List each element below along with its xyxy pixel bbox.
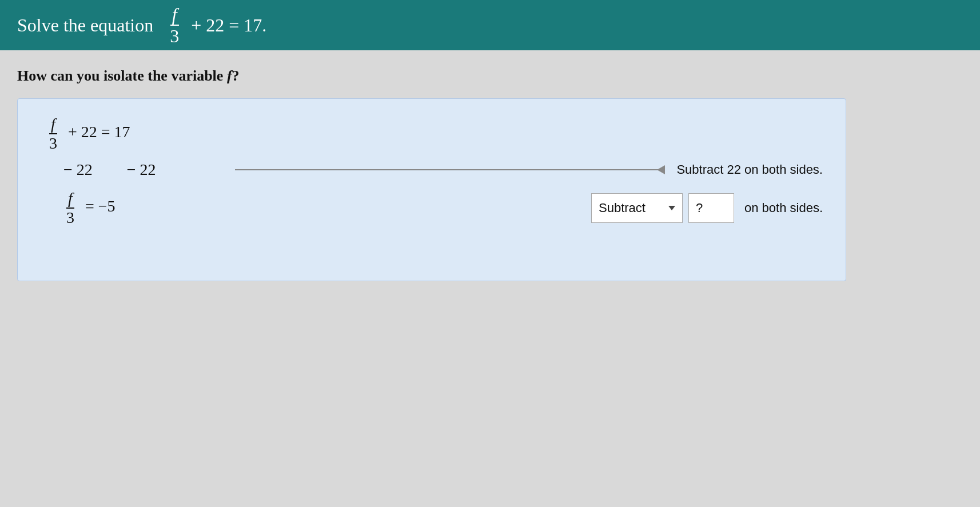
header-title: Solve the equation f 3 + 22 = 17. (17, 5, 266, 45)
header-fraction: f 3 (168, 5, 181, 45)
row2-subtraction-terms: − 22 − 22 (63, 161, 224, 179)
equation-line-1: f 3 + 22 = 17 (46, 116, 130, 151)
denominator-3-row3: 3 (65, 209, 76, 226)
header-bar: Solve the equation f 3 + 22 = 17. (0, 0, 980, 50)
arrow-line (235, 169, 658, 170)
question-heading: How can you isolate the variable f? (17, 67, 963, 85)
subtract-22-left: − 22 (63, 161, 93, 179)
on-both-sides-suffix: on both sides. (744, 201, 823, 215)
equation-row-2: − 22 − 22 Subtract 22 on both sides. (46, 161, 823, 179)
equals-neg5: = −5 (81, 197, 115, 215)
operation-dropdown-label: Subtract (599, 201, 646, 215)
fraction-f-over-3-row3: f 3 (65, 190, 76, 226)
operation-dropdown[interactable]: Subtract (591, 193, 683, 223)
plus-22-equals-17: + 22 = 17 (64, 123, 130, 141)
numerator-f-row3: f (66, 190, 74, 209)
denominator-3-row1: 3 (47, 134, 59, 151)
numerator-f-row1: f (49, 116, 57, 134)
arrowhead-icon (657, 165, 665, 174)
header-equation-rest: + 22 = 17. (186, 15, 266, 36)
question-variable: f (227, 67, 232, 84)
value-dropdown[interactable]: ? (688, 193, 734, 223)
header-fraction-numerator: f (170, 5, 179, 26)
question-punctuation: ? (232, 67, 240, 84)
fraction-f-over-3-row1: f 3 (47, 116, 59, 151)
value-dropdown-label: ? (696, 201, 703, 215)
hint-text: Subtract 22 on both sides. (676, 162, 823, 177)
arrow-line-container: Subtract 22 on both sides. (224, 162, 823, 177)
row3-dropdowns: Subtract ? on both sides. (224, 193, 823, 223)
work-area: f 3 + 22 = 17 − 22 − 22 Subtract 22 on b… (17, 98, 846, 281)
operation-dropdown-chevron-icon (668, 206, 675, 210)
subtract-22-right: − 22 (127, 161, 156, 179)
equation-line-3: f 3 = −5 (63, 190, 224, 226)
equation-row-3: f 3 = −5 Subtract ? on both sides. (46, 190, 823, 226)
main-content: How can you isolate the variable f? f 3 … (0, 50, 980, 293)
equation-row-1: f 3 + 22 = 17 (46, 116, 823, 151)
row3-equation: f 3 = −5 (63, 190, 224, 226)
header-fraction-denominator: 3 (168, 26, 181, 45)
header-prefix: Solve the equation (17, 15, 153, 36)
question-text: How can you isolate the variable (17, 67, 227, 84)
